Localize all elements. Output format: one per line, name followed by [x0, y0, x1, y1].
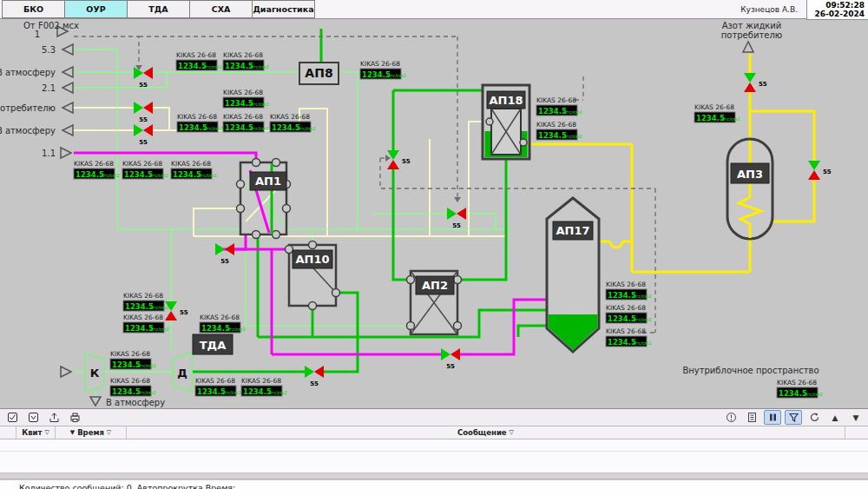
instrument-tag: KIKAS 26-68 — [110, 350, 150, 358]
valve[interactable]: 55 — [808, 161, 832, 180]
kikas-instrument: KIKAS 26-681234.5кгс/см2 — [536, 96, 582, 116]
ack-all-button[interactable] — [24, 410, 42, 425]
valve-closed-half-icon — [457, 208, 466, 220]
refresh-button[interactable] — [806, 410, 823, 425]
valve-closed-half-icon — [450, 348, 460, 360]
instrument-tag: KIKAS 26-68 — [536, 121, 576, 129]
pause-scroll-button[interactable] — [764, 410, 781, 425]
nameplate-tda: ТДА — [193, 334, 233, 354]
valve[interactable]: 55 — [387, 150, 411, 169]
flow-out-arrow-icon — [62, 67, 73, 77]
io-label: Азот жидкий — [722, 21, 782, 30]
valve-tag: 55 — [823, 169, 832, 175]
io-label: Потребителю — [0, 103, 56, 113]
column-header-ack[interactable]: Квит ▽ — [16, 426, 56, 439]
valve-closed-half-icon — [744, 83, 756, 92]
tab-diagnostics[interactable]: Диагностика — [252, 0, 315, 18]
valve-open-half-icon — [305, 366, 314, 378]
kikas-instrument: KIKAS 26-681234.5кгс/см2 — [606, 304, 652, 323]
pipe — [393, 169, 411, 280]
pipe-bridge — [610, 241, 622, 248]
filter-icon[interactable]: ▽ — [44, 429, 49, 436]
report-button[interactable] — [743, 410, 760, 425]
log-table-body[interactable] — [0, 439, 868, 473]
pipe — [151, 108, 169, 130]
column-label: Время — [77, 428, 104, 437]
print-button[interactable] — [66, 410, 83, 425]
flow-up-arrow-icon — [743, 42, 753, 52]
column-header-time[interactable]: ▼ Время ▽ — [56, 426, 127, 439]
filter-icon[interactable]: ▽ — [107, 429, 111, 436]
ack-message-button[interactable] — [3, 410, 21, 425]
column-label: Сообщение — [457, 428, 507, 437]
current-user: Кузнецов А.В. — [740, 5, 798, 14]
info-button[interactable] — [722, 410, 740, 425]
io-label: Внутриблочное пространство — [682, 366, 819, 375]
flow-out-arrow-icon — [62, 102, 73, 113]
sort-icon[interactable]: ▼ — [70, 429, 75, 436]
log-toolbar: ▲ ▼ — [0, 409, 868, 426]
instrument-value: 1234.5 — [178, 62, 207, 70]
instrument-unit: кгс/см2 — [804, 392, 823, 397]
filter-button[interactable] — [785, 410, 802, 425]
block-label: АП1 — [255, 175, 281, 188]
nameplate-ap10: АП10 — [293, 250, 332, 268]
instrument-value: 1234.5 — [225, 99, 253, 108]
scroll-up-button[interactable]: ▲ — [826, 410, 844, 425]
instrument-value: 1234.5 — [179, 123, 207, 132]
kikas-instrument: KIKAS 26-681234.5кгс/см2 — [606, 327, 652, 347]
instrument-unit: кгс/см2 — [150, 305, 169, 310]
export-button[interactable] — [45, 410, 62, 425]
io-label: 5.3 — [42, 45, 56, 55]
instrument-tag: KIKAS 26-68 — [223, 113, 263, 121]
clock-date: 26-02-2024 — [811, 10, 865, 18]
instrument-tag: KIKAS 26-68 — [694, 103, 734, 111]
valve[interactable]: 55 — [134, 124, 153, 146]
nameplate-ap3: АП3 — [731, 163, 769, 183]
valve[interactable]: 55 — [305, 366, 324, 387]
info-icon — [726, 412, 737, 423]
instrument-value: 1234.5 — [362, 70, 391, 79]
instrument-tag: KIKAS 26-68 — [270, 113, 310, 121]
status-bar: Количество сообщений: 0, Автопрокрутка В… — [0, 479, 868, 489]
filter-icon[interactable]: ▽ — [510, 429, 514, 436]
scroll-down-button[interactable]: ▼ — [847, 410, 865, 425]
block-ap1[interactable] — [237, 159, 291, 239]
tab-bko[interactable]: БКО — [2, 0, 65, 18]
print-icon — [69, 412, 81, 423]
instrument-value: 1234.5 — [608, 314, 636, 323]
pipes — [69, 29, 814, 397]
valve[interactable]: 55 — [134, 102, 153, 123]
valve[interactable]: 55 — [744, 73, 767, 92]
instrument-tag: KIKAS 26-68 — [200, 314, 240, 321]
pause-icon — [767, 412, 779, 423]
valve[interactable]: 55 — [215, 243, 234, 265]
control-line — [74, 36, 139, 65]
valve-tag: 55 — [452, 222, 461, 229]
block-ap8[interactable]: АП8 — [299, 63, 339, 84]
clock-time: 09:52:28 — [811, 1, 865, 10]
instrument-tag: KIKAS 26-68 — [606, 327, 646, 335]
block-compressor-k[interactable]: К — [85, 354, 104, 392]
valve[interactable]: 55 — [447, 208, 466, 229]
tab-sha[interactable]: СХА — [189, 0, 253, 18]
block-label: АП17 — [556, 224, 589, 237]
instrument-unit: кгс/см2 — [721, 116, 740, 122]
kikas-instrument: KIKAS 26-681234.5кгс/см2 — [123, 292, 169, 311]
block-label: К — [90, 367, 100, 380]
block-turbine-d[interactable]: Д — [173, 352, 192, 392]
check-icon — [10, 415, 15, 420]
tab-tda[interactable]: ТДА — [127, 0, 190, 18]
instrument-value: 1234.5 — [225, 62, 253, 70]
instrument-tag: KIKAS 26-68 — [171, 160, 211, 168]
kikas-instrument: KIKAS 26-681234.5кгс/см2 — [223, 113, 269, 132]
pipe — [466, 214, 496, 229]
valve[interactable]: 55 — [134, 67, 153, 89]
block-label: Д — [177, 367, 187, 380]
column-header-message[interactable]: Сообщение ▽ — [127, 426, 845, 439]
instrument-value: 1234.5 — [112, 387, 141, 396]
valve[interactable]: 55 — [441, 348, 460, 370]
column-ack-marker[interactable] — [0, 426, 16, 439]
tab-our[interactable]: ОУР — [64, 0, 128, 18]
status-text: Количество сообщений: 0, Автопрокрутка В… — [19, 483, 235, 489]
